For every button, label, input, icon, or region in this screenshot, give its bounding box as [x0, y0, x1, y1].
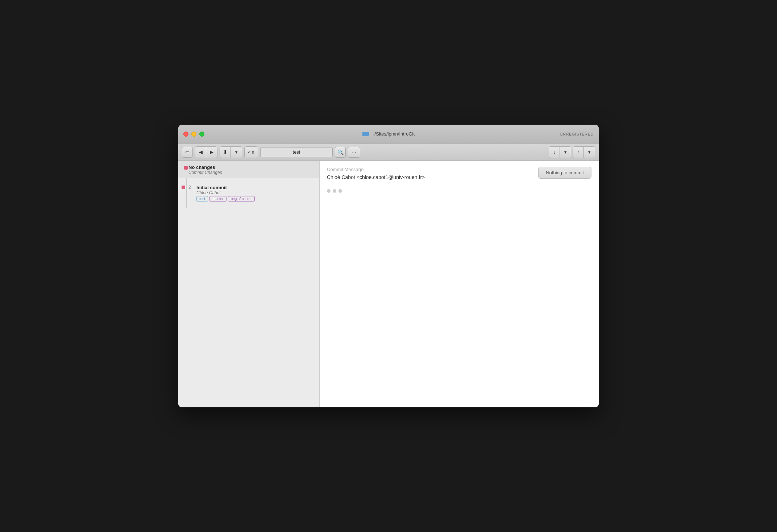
window-title: ~/Sites/lpmn/IntroGit — [372, 131, 415, 137]
push-dropdown-icon: ▾ — [588, 149, 591, 155]
push-dropdown-button[interactable]: ▾ — [584, 147, 595, 158]
commit-info: Initial commit Chloé Cabot test master o… — [196, 185, 313, 201]
commit-group: ✓⬆ — [244, 146, 258, 158]
commit-message-left: Commit Message Chloé Cabot <chloe.cabot1… — [327, 167, 425, 180]
dot-3 — [338, 189, 342, 193]
commit-dot — [182, 186, 185, 189]
left-panel: No changes Commit Changes 2 Initial comm… — [178, 161, 320, 407]
commit-changes-label: Commit Changes — [188, 170, 222, 175]
forward-icon: ▶ — [210, 149, 213, 155]
timeline: 2 Initial commit Chloé Cabot test master… — [178, 178, 319, 208]
repo-icon — [362, 132, 369, 136]
no-changes-title: No changes — [188, 165, 222, 170]
branch-input[interactable] — [260, 147, 333, 157]
pull-dropdown-icon: ▾ — [564, 149, 567, 155]
titlebar-center: ~/Sites/lpmn/IntroGit — [362, 131, 415, 137]
sidebar-toggle-button[interactable]: ▭ — [182, 147, 193, 158]
main-content: No changes Commit Changes 2 Initial comm… — [178, 161, 599, 407]
navigation-group: ◀ ▶ — [195, 146, 217, 158]
maximize-button[interactable] — [199, 132, 204, 137]
stash-dropdown-button[interactable]: ▾ — [231, 147, 242, 158]
pull-group: ↓ ▾ — [549, 146, 571, 158]
push-group: ↑ ▾ — [573, 146, 595, 158]
commit-button[interactable]: ✓⬆ — [245, 147, 258, 158]
table-row[interactable]: 2 Initial commit Chloé Cabot test master… — [178, 182, 319, 204]
pull-push-group: ↓ ▾ ↑ ▾ — [549, 146, 595, 158]
commit-message-section: Commit Message Chloé Cabot <chloe.cabot1… — [320, 161, 599, 186]
more-button[interactable]: ··· — [348, 147, 360, 158]
commit-message-author: Chloé Cabot <chloe.cabot1@univ-rouen.fr> — [327, 174, 425, 180]
commit-tags: test master origin/master — [196, 196, 313, 201]
dot-2 — [333, 189, 336, 193]
search-icon: 🔍 — [337, 149, 344, 155]
no-changes-dot — [184, 166, 188, 170]
back-button[interactable]: ◀ — [195, 147, 206, 158]
toolbar: ▭ ◀ ▶ ⬇ ▾ ✓⬆ — [178, 144, 599, 161]
titlebar: ~/Sites/lpmn/IntroGit UNREGISTERED — [178, 125, 599, 144]
close-button[interactable] — [183, 132, 188, 137]
forward-button[interactable]: ▶ — [206, 147, 217, 158]
nothing-to-commit-button[interactable]: Nothing to commit — [538, 167, 591, 179]
commit-title: Initial commit — [196, 185, 313, 190]
commit-message-label: Commit Message — [327, 167, 425, 172]
stash-group: ⬇ ▾ — [220, 146, 242, 158]
stash-icon: ⬇ — [223, 149, 228, 155]
push-button[interactable]: ↑ — [573, 147, 584, 158]
right-panel: Commit Message Chloé Cabot <chloe.cabot1… — [320, 161, 599, 407]
tag-test: test — [196, 196, 208, 201]
search-button[interactable]: 🔍 — [335, 147, 346, 158]
dots-indicator — [320, 186, 599, 196]
pull-button[interactable]: ↓ — [549, 147, 560, 158]
back-icon: ◀ — [199, 149, 203, 155]
tag-master: master — [209, 196, 227, 201]
pull-icon: ↓ — [553, 149, 556, 155]
commit-dot-area — [178, 185, 188, 189]
commit-author: Chloé Cabot — [196, 190, 313, 195]
commit-icon: ✓⬆ — [248, 150, 255, 155]
registration-status: UNREGISTERED — [560, 132, 594, 136]
dot-1 — [327, 189, 331, 193]
app-window: ~/Sites/lpmn/IntroGit UNREGISTERED ▭ ◀ ▶… — [178, 125, 599, 407]
no-changes-row: No changes Commit Changes — [178, 161, 319, 178]
tag-origin-master: origin/master — [228, 196, 255, 201]
more-icon: ··· — [352, 149, 357, 155]
stash-button[interactable]: ⬇ — [220, 147, 231, 158]
commit-number: 2 — [188, 185, 194, 190]
push-icon: ↑ — [577, 149, 579, 155]
traffic-lights — [183, 132, 204, 137]
minimize-button[interactable] — [191, 132, 196, 137]
pull-dropdown-button[interactable]: ▾ — [560, 147, 571, 158]
sidebar-icon: ▭ — [185, 149, 190, 155]
stash-dropdown-icon: ▾ — [235, 149, 238, 155]
